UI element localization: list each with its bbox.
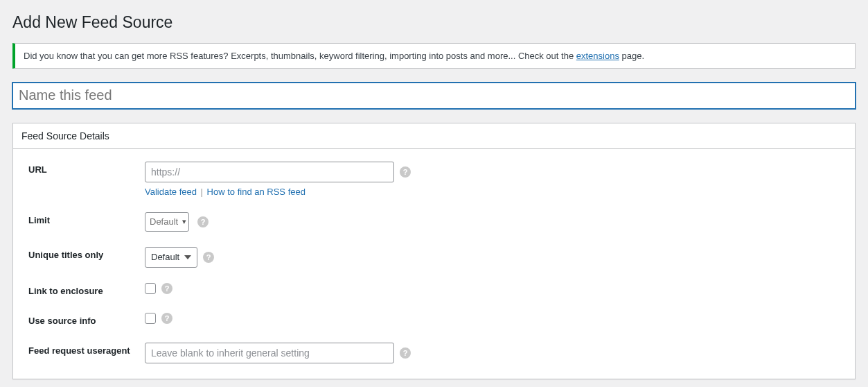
use-source-info-label: Use source info bbox=[28, 313, 145, 327]
notice-extensions-link[interactable]: extensions bbox=[576, 51, 619, 61]
limit-label: Limit bbox=[28, 212, 145, 227]
help-icon[interactable]: ? bbox=[400, 347, 411, 359]
link-enclosure-label: Link to enclosure bbox=[28, 283, 145, 298]
notice-text-after: page. bbox=[619, 51, 644, 61]
howto-rss-link[interactable]: How to find an RSS feed bbox=[207, 187, 305, 197]
validate-feed-link[interactable]: Validate feed bbox=[145, 187, 197, 197]
url-input[interactable] bbox=[145, 162, 394, 182]
url-label: URL bbox=[28, 162, 145, 176]
notice-text-before: Did you know that you can get more RSS f… bbox=[24, 51, 576, 61]
notice-tip: Did you know that you can get more RSS f… bbox=[12, 43, 856, 69]
help-icon[interactable]: ? bbox=[203, 252, 214, 263]
help-icon[interactable]: ? bbox=[400, 166, 411, 178]
limit-input[interactable] bbox=[145, 212, 189, 232]
metabox-header: Feed Source Details bbox=[13, 123, 855, 149]
help-icon[interactable]: ? bbox=[161, 283, 172, 294]
feed-name-input[interactable] bbox=[12, 83, 856, 109]
feed-source-details-box: Feed Source Details URL ? Validate feed … bbox=[12, 123, 856, 379]
use-source-info-checkbox[interactable] bbox=[145, 313, 156, 324]
help-icon[interactable]: ? bbox=[161, 313, 172, 324]
help-icon[interactable]: ? bbox=[197, 216, 209, 227]
page-title: Add New Feed Source bbox=[12, 12, 856, 33]
unique-titles-label: Unique titles only bbox=[28, 247, 145, 261]
useragent-input[interactable] bbox=[145, 343, 394, 363]
unique-titles-select[interactable]: Default bbox=[145, 247, 197, 268]
metabox-title: Feed Source Details bbox=[21, 130, 109, 141]
useragent-label: Feed request useragent bbox=[28, 343, 145, 357]
link-enclosure-checkbox[interactable] bbox=[145, 283, 156, 294]
link-separator: | bbox=[201, 187, 203, 197]
